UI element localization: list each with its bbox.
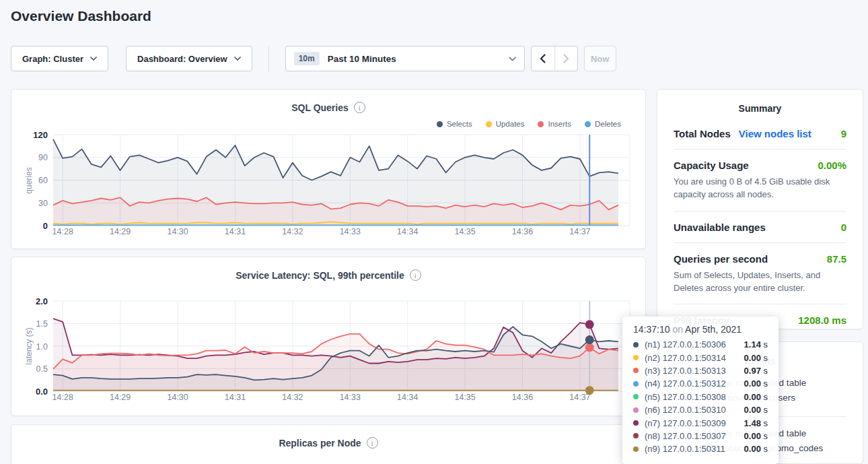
x-axis-tick-label: 14:29	[110, 227, 131, 236]
tooltip-node-row: (n6) 127.0.0.1:503100.00 s	[633, 403, 768, 416]
summary-row: Queries per second87.5Sum of Selects, Up…	[674, 243, 846, 305]
sql-queries-chart-card: SQL Queries i SelectsUpdatesInsertsDelet…	[11, 89, 646, 249]
tooltip-node-label: (n3) 127.0.0.1:50313	[645, 366, 726, 376]
y-axis-tick-label: 60	[38, 176, 48, 185]
tooltip-node-row: (n4) 127.0.0.1:503120.00 s	[633, 377, 768, 390]
tooltip-node-label: (n7) 127.0.0.1:50309	[645, 418, 726, 428]
view-nodes-list-link[interactable]: View nodes list	[739, 128, 811, 139]
chevron-down-icon	[90, 57, 97, 61]
info-icon[interactable]: i	[367, 437, 378, 449]
tooltip-node-label: (n6) 127.0.0.1:50310	[645, 405, 726, 415]
tooltip-node-value: 0.00 s	[744, 444, 768, 454]
series-dot-icon	[633, 407, 639, 413]
replicas-per-node-chart-title: Replicas per Node	[279, 438, 361, 449]
y-axis-tick-label: 0.0	[36, 387, 48, 397]
series-dot-icon	[633, 394, 639, 399]
x-axis-tick-label: 14:28	[52, 393, 73, 402]
x-axis-tick-label: 14:28	[52, 227, 73, 236]
tooltip-node-row: (n5) 127.0.0.1:503080.00 s	[633, 391, 768, 403]
controls-divider	[268, 46, 269, 71]
charts-column: SQL Queries i SelectsUpdatesInsertsDelet…	[11, 89, 646, 464]
replicas-per-node-chart-card: Replicas per Node i	[11, 424, 646, 464]
x-axis-tick-label: 14:32	[282, 393, 303, 402]
time-forward-button[interactable]	[554, 46, 577, 71]
x-axis-tick-label: 14:37	[569, 393, 590, 402]
y-axis-tick-label: 0	[43, 221, 48, 231]
tooltip-node-label: (n4) 127.0.0.1:50312	[645, 378, 726, 389]
tooltip-node-row: (n2) 127.0.0.1:503140.00 s	[633, 351, 768, 364]
tooltip-node-row: (n9) 127.0.0.1:503110.00 s	[633, 442, 768, 455]
tooltip-node-value: 1.14 s	[744, 339, 768, 350]
y-axis-tick-label: 2.0	[36, 296, 48, 306]
hover-point	[585, 335, 594, 344]
graph-scope-dropdown[interactable]: Graph: Cluster	[11, 46, 108, 71]
series-dot-icon	[633, 433, 639, 438]
x-axis-tick-label: 14:37	[569, 227, 590, 236]
tooltip-node-label: (n1) 127.0.0.1:50306	[645, 339, 726, 350]
summary-row-label: Unavailable ranges	[674, 222, 766, 233]
series-dot-icon	[633, 381, 639, 387]
x-axis-tick-label: 14:34	[397, 393, 418, 402]
summary-row-description: You are using 0 B of 4.5 GiB usable disk…	[674, 176, 846, 201]
summary-row-value: 1208.0 ms	[798, 314, 846, 326]
sql-queries-chart[interactable]: 030609012014:2814:2914:3014:3114:3214:33…	[11, 90, 647, 250]
time-nav-group	[531, 46, 578, 71]
tooltip-node-row: (n3) 127.0.0.1:503130.97 s	[633, 364, 768, 377]
time-range-picker[interactable]: 10m Past 10 Minutes	[285, 46, 525, 71]
tooltip-node-row: (n1) 127.0.0.1:503061.14 s	[633, 338, 768, 351]
summary-row-label: Capacity Usage	[674, 160, 749, 171]
x-axis-tick-label: 14:34	[397, 227, 418, 236]
x-axis-tick-label: 14:30	[167, 227, 188, 236]
y-axis-tick-label: 1.5	[36, 319, 48, 329]
dashboard-dropdown[interactable]: Dashboard: Overview	[126, 46, 252, 71]
dashboard-controls: Graph: Cluster Dashboard: Overview 10m P…	[11, 46, 616, 71]
series-dot-icon	[633, 342, 639, 347]
chart-hover-tooltip: 14:37:10 on Apr 5th, 2021 (n1) 127.0.0.1…	[622, 317, 779, 464]
overview-dashboard-page: Overview Dashboard Graph: Cluster Dashbo…	[0, 0, 868, 464]
y-axis-tick-label: 0.5	[36, 364, 48, 374]
chevron-left-icon	[540, 54, 546, 63]
tooltip-node-value: 0.00 s	[744, 353, 768, 363]
summary-row-description: Sum of Selects, Updates, Inserts, and De…	[674, 269, 846, 295]
summary-row-label: Total Nodes	[674, 128, 731, 139]
chevron-down-icon	[234, 57, 241, 61]
series-dot-icon	[633, 420, 639, 426]
tooltip-node-row: (n7) 127.0.0.1:503091.48 s	[633, 416, 768, 429]
service-latency-chart[interactable]: 0.00.51.01.52.014:2814:2914:3014:3114:32…	[11, 257, 647, 417]
summary-panel-title: Summary	[674, 103, 846, 114]
time-back-button[interactable]	[532, 46, 554, 71]
series-dot-icon	[633, 355, 639, 360]
page-title: Overview Dashboard	[11, 8, 151, 24]
graph-scope-label: Graph: Cluster	[22, 54, 83, 64]
service-latency-chart-card: Service Latency: SQL, 99th percentile i …	[11, 257, 646, 416]
now-button[interactable]: Now	[584, 46, 616, 71]
hover-point	[585, 320, 594, 329]
tooltip-node-value: 1.48 s	[744, 418, 768, 428]
x-axis-tick-label: 14:35	[454, 393, 475, 402]
summary-row: Total NodesView nodes list9	[674, 118, 846, 150]
y-axis-tick-label: 90	[38, 153, 48, 162]
series-dot-icon	[633, 446, 639, 452]
y-axis-tick-label: 1.0	[36, 342, 48, 352]
x-axis-tick-label: 14:33	[340, 227, 361, 236]
x-axis-tick-label: 14:33	[340, 393, 361, 402]
summary-row-value: 0.00%	[818, 160, 846, 171]
series-dot-icon	[633, 368, 639, 373]
summary-row: Unavailable ranges0	[674, 211, 846, 243]
chevron-down-icon	[509, 57, 516, 61]
x-axis-tick-label: 14:35	[454, 227, 475, 236]
time-range-badge: 10m	[294, 52, 320, 65]
tooltip-node-row: (n8) 127.0.0.1:503070.00 s	[633, 430, 768, 442]
y-axis-tick-label: 30	[38, 199, 48, 208]
x-axis-tick-label: 14:36	[512, 393, 533, 402]
x-axis-tick-label: 14:29	[110, 393, 131, 402]
x-axis-tick-label: 14:30	[167, 393, 188, 402]
tooltip-timestamp: 14:37:10 on Apr 5th, 2021	[633, 324, 768, 335]
x-axis-tick-label: 14:32	[282, 227, 303, 236]
tooltip-node-value: 0.00 s	[744, 378, 768, 389]
y-axis-title: queries	[24, 167, 34, 193]
summary-panel: Summary Total NodesView nodes list9Capac…	[657, 89, 863, 329]
x-axis-tick-label: 14:31	[225, 393, 246, 402]
summary-row: Capacity Usage0.00%You are using 0 B of …	[674, 150, 846, 211]
hover-point	[585, 343, 594, 352]
